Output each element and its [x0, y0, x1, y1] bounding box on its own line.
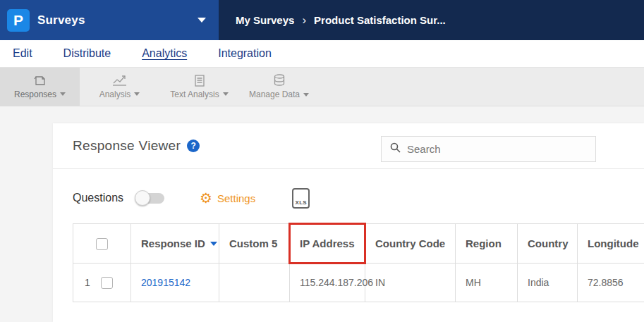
- sort-caret-icon[interactable]: [210, 242, 217, 246]
- chevron-down-icon: [60, 92, 66, 96]
- search-box: [381, 136, 596, 162]
- toolbar-item-analysis[interactable]: Analysis: [80, 68, 159, 106]
- toolbar-item-responses[interactable]: Responses: [0, 68, 80, 106]
- gear-icon: ⚙: [200, 191, 212, 205]
- text-document-icon: [194, 75, 205, 87]
- line-chart-icon: [112, 75, 127, 87]
- help-icon[interactable]: ?: [187, 140, 200, 152]
- column-header-custom5: Custom 5: [219, 224, 290, 264]
- chevron-down-icon: [134, 92, 140, 96]
- xls-icon: XLS: [296, 199, 307, 206]
- product-switcher[interactable]: P Surveys: [0, 0, 219, 40]
- export-xls-button[interactable]: XLS: [292, 188, 310, 209]
- column-header-ip-address: IP Address: [290, 224, 365, 264]
- column-header-longitude: Longitude: [578, 224, 644, 264]
- table-row: 1 201915142 115.244.187.206 IN MH India …: [73, 264, 644, 302]
- row-checkbox[interactable]: [101, 277, 113, 289]
- analytics-toolbar: Responses Analysis Text Analysis: [0, 68, 644, 106]
- questionpro-logo-icon: P: [7, 9, 30, 32]
- breadcrumb: My Surveys › Product Satisfaction Sur...: [219, 0, 644, 40]
- divider: [53, 168, 644, 169]
- column-header-region: Region: [456, 224, 518, 264]
- response-id-link[interactable]: 201915142: [141, 277, 190, 288]
- breadcrumb-my-surveys[interactable]: My Surveys: [236, 14, 294, 26]
- column-header-country: Country: [518, 224, 578, 264]
- cell-country-code: IN: [365, 264, 456, 302]
- breadcrumb-current-survey: Product Satisfaction Sur...: [314, 14, 446, 26]
- toggle-knob: [135, 190, 150, 206]
- top-bar: P Surveys My Surveys › Product Satisfact…: [0, 0, 644, 40]
- content-area: Response Viewer ? Questions ⚙ Settings X…: [0, 106, 644, 322]
- breadcrumb-separator-icon: ›: [302, 13, 306, 27]
- select-all-checkbox[interactable]: [96, 238, 108, 250]
- toolbar-item-label: Responses: [14, 89, 56, 99]
- responses-icon: [33, 75, 47, 87]
- cell-custom5: [219, 264, 290, 302]
- column-header-response-id: Response ID: [141, 237, 205, 249]
- cell-region: MH: [456, 264, 518, 302]
- search-icon: [390, 142, 401, 156]
- cell-ip-address: 115.244.187.206: [290, 264, 365, 302]
- table-header-row: Response ID Custom 5 IP Address Country …: [73, 224, 644, 264]
- toolbar-item-label: Manage Data: [249, 89, 300, 99]
- toolbar-item-label: Text Analysis: [170, 89, 219, 99]
- tab-integration[interactable]: Integration: [218, 47, 272, 60]
- tab-distribute[interactable]: Distribute: [63, 47, 111, 60]
- settings-button[interactable]: ⚙ Settings: [200, 191, 255, 205]
- chevron-down-icon[interactable]: [198, 18, 206, 23]
- chevron-down-icon: [223, 92, 229, 96]
- cell-longitude: 72.8856: [578, 264, 644, 302]
- column-header-country-code: Country Code: [365, 224, 456, 264]
- tab-analytics[interactable]: Analytics: [142, 47, 187, 60]
- settings-label: Settings: [217, 192, 255, 204]
- chevron-down-icon: [303, 93, 309, 97]
- toolbar-item-label: Analysis: [99, 89, 131, 99]
- questions-toggle[interactable]: [136, 193, 164, 204]
- product-name: Surveys: [37, 13, 85, 27]
- cell-country: India: [518, 264, 578, 302]
- toolbar-item-manage-data[interactable]: Manage Data: [239, 68, 319, 106]
- page-title: Response Viewer: [73, 138, 181, 154]
- tab-edit[interactable]: Edit: [13, 47, 32, 60]
- search-input[interactable]: [407, 143, 576, 155]
- row-number: 1: [85, 277, 90, 288]
- toolbar-item-text-analysis[interactable]: Text Analysis: [159, 68, 239, 106]
- database-icon: [273, 74, 286, 87]
- survey-nav-tabs: Edit Distribute Analytics Integration: [0, 40, 644, 68]
- questions-label: Questions: [73, 192, 123, 204]
- responses-table: Response ID Custom 5 IP Address Country …: [73, 223, 644, 302]
- response-viewer-panel: Response Viewer ? Questions ⚙ Settings X…: [53, 123, 644, 322]
